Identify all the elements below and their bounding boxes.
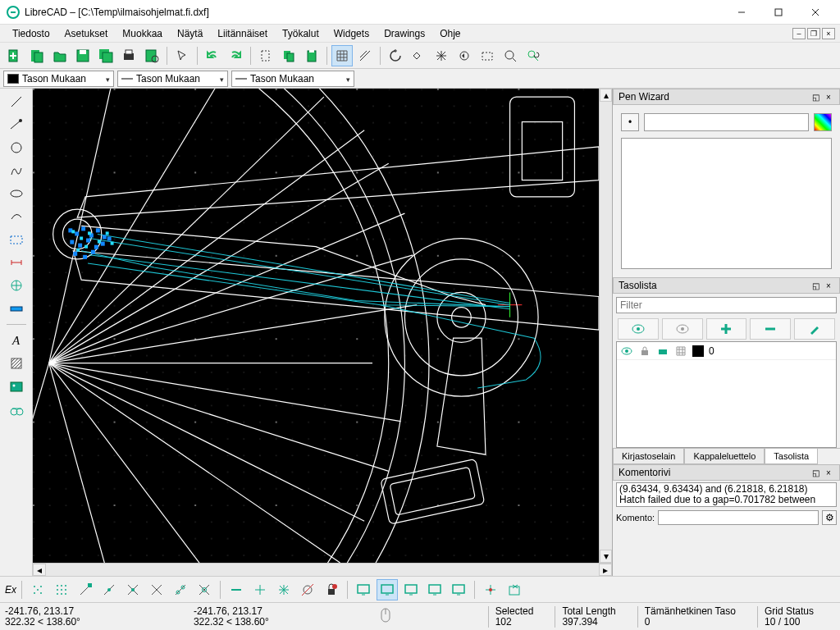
close-pane-icon[interactable]: × bbox=[823, 280, 834, 291]
screen1-button[interactable] bbox=[353, 579, 374, 600]
color-combo[interactable]: Tason Mukaan bbox=[3, 71, 114, 87]
mdi-minimize-button[interactable]: – bbox=[792, 28, 806, 39]
linewidth-combo[interactable]: Tason Mukaan bbox=[117, 71, 228, 87]
cut-button[interactable] bbox=[255, 45, 276, 66]
print-button[interactable] bbox=[118, 45, 139, 66]
curve-tool[interactable] bbox=[7, 161, 26, 180]
draft-mode-button[interactable] bbox=[354, 45, 376, 66]
grid-toggle-button[interactable] bbox=[331, 45, 353, 66]
scroll-left-icon[interactable]: ◂ bbox=[33, 564, 46, 576]
relative-zero-lock-button[interactable] bbox=[321, 579, 342, 600]
mdi-close-button[interactable]: × bbox=[822, 28, 835, 39]
menu-drawings[interactable]: Drawings bbox=[377, 26, 432, 41]
circle-tool[interactable] bbox=[7, 138, 26, 158]
layerlist-header[interactable]: Tasolista ◱× bbox=[613, 277, 840, 294]
menu-edit[interactable]: Muokkaa bbox=[115, 26, 170, 41]
save-as-button[interactable] bbox=[95, 45, 116, 66]
hide-all-layers-button[interactable] bbox=[662, 318, 703, 340]
print-layer-icon[interactable] bbox=[656, 345, 669, 358]
snap-center-button[interactable] bbox=[122, 579, 144, 600]
measure-tool[interactable] bbox=[7, 299, 26, 318]
paste-button[interactable] bbox=[301, 45, 322, 66]
tab-layerlist[interactable]: Tasolista bbox=[765, 449, 818, 464]
snap-middle-button[interactable] bbox=[146, 579, 167, 600]
layer-row[interactable]: 0 bbox=[617, 342, 836, 360]
pw-mode-button[interactable]: • bbox=[621, 113, 639, 131]
add-layer-button[interactable] bbox=[706, 318, 747, 340]
layer-list[interactable]: 0 bbox=[616, 341, 837, 448]
commandline-header[interactable]: Komentorivi ◱× bbox=[613, 464, 840, 481]
menu-widgets[interactable]: Widgets bbox=[326, 26, 377, 41]
show-all-layers-button[interactable] bbox=[618, 318, 659, 340]
block-tool[interactable] bbox=[7, 399, 26, 419]
linetype-combo[interactable]: Tason Mukaan bbox=[231, 71, 354, 87]
zoom-in-button[interactable] bbox=[408, 45, 429, 66]
screen5-button[interactable] bbox=[448, 579, 469, 600]
snap-distance-button[interactable] bbox=[170, 579, 191, 600]
lock-icon[interactable] bbox=[638, 345, 651, 358]
zoom-auto-button[interactable] bbox=[431, 45, 452, 66]
layer-filter-input[interactable] bbox=[616, 297, 837, 313]
restrict-nothing-button[interactable] bbox=[226, 579, 247, 600]
screen4-button[interactable] bbox=[424, 579, 445, 600]
set-relative-zero-button[interactable] bbox=[480, 579, 501, 600]
snap-endpoint-button[interactable] bbox=[75, 579, 96, 600]
scroll-up-icon[interactable]: ▴ bbox=[600, 89, 612, 102]
print-preview-button[interactable] bbox=[141, 45, 162, 66]
close-button[interactable] bbox=[797, 1, 833, 24]
save-button[interactable] bbox=[72, 45, 94, 66]
color-picker-icon[interactable] bbox=[814, 113, 832, 131]
undo-button[interactable] bbox=[202, 45, 223, 66]
redo-button[interactable] bbox=[225, 45, 246, 66]
zoom-pan-button[interactable] bbox=[500, 45, 521, 66]
hatch-tool[interactable] bbox=[7, 354, 26, 373]
snap-grid-button[interactable] bbox=[51, 579, 72, 600]
menu-tools[interactable]: Työkalut bbox=[275, 26, 326, 41]
command-log[interactable]: (9.63434, 9.63434) and (6.21818, 6.21818… bbox=[616, 482, 837, 507]
zoom-previous-button[interactable] bbox=[454, 45, 475, 66]
snap-intersection-button[interactable] bbox=[194, 579, 215, 600]
copy-button[interactable] bbox=[278, 45, 299, 66]
horizontal-scrollbar[interactable]: ◂ ▸ bbox=[33, 563, 612, 576]
snap-on-entity-button[interactable] bbox=[98, 579, 120, 600]
command-options-button[interactable]: ⚙ bbox=[822, 510, 837, 525]
pw-preset-list[interactable] bbox=[621, 138, 832, 269]
menu-settings[interactable]: Asetukset bbox=[57, 26, 116, 41]
scroll-right-icon[interactable]: ▸ bbox=[599, 564, 612, 576]
line-tool[interactable] bbox=[7, 92, 26, 112]
image-tool[interactable] bbox=[7, 377, 26, 396]
snap-free-button[interactable] bbox=[27, 579, 48, 600]
menu-view[interactable]: Näytä bbox=[170, 26, 210, 41]
zoom-redraw-button[interactable] bbox=[385, 45, 406, 66]
tab-library[interactable]: Kirjastoselain bbox=[613, 449, 684, 464]
menu-help[interactable]: Ohje bbox=[432, 26, 468, 41]
select-tool[interactable] bbox=[7, 230, 26, 249]
undock-icon[interactable]: ◱ bbox=[810, 467, 821, 478]
polyline-tool[interactable] bbox=[7, 207, 26, 226]
tab-blocklist[interactable]: Kappaleluettelo bbox=[684, 449, 765, 464]
restrict-orthogonal-button[interactable] bbox=[249, 579, 271, 600]
restrict-vertical-button[interactable] bbox=[297, 579, 318, 600]
ellipse-tool[interactable] bbox=[7, 184, 26, 203]
screen2-button[interactable] bbox=[377, 579, 398, 600]
edit-layer-button[interactable] bbox=[794, 318, 835, 340]
pen-wizard-header[interactable]: Pen Wizard ◱× bbox=[613, 89, 840, 105]
zoom-window-button[interactable] bbox=[477, 45, 498, 66]
dimension-tool[interactable] bbox=[7, 253, 26, 272]
close-pane-icon[interactable]: × bbox=[823, 91, 834, 103]
pointer-button[interactable] bbox=[171, 45, 193, 66]
lock-relative-zero-button[interactable] bbox=[504, 579, 525, 600]
modify-tool[interactable] bbox=[7, 276, 26, 295]
construction-icon[interactable] bbox=[674, 345, 687, 358]
maximize-button[interactable] bbox=[760, 1, 797, 24]
menu-file[interactable]: Tiedosto bbox=[5, 26, 57, 41]
mdi-restore-button[interactable]: ❐ bbox=[807, 28, 820, 39]
menu-plugins[interactable]: Liitännäiset bbox=[210, 26, 275, 41]
layer-color-swatch[interactable] bbox=[692, 345, 704, 357]
pw-color-select[interactable] bbox=[644, 113, 809, 131]
open-button[interactable] bbox=[49, 45, 71, 66]
undock-icon[interactable]: ◱ bbox=[810, 91, 821, 103]
close-pane-icon[interactable]: × bbox=[823, 467, 834, 478]
command-input[interactable] bbox=[658, 510, 819, 525]
vertical-scrollbar[interactable]: ▴ ▾ bbox=[599, 89, 612, 563]
